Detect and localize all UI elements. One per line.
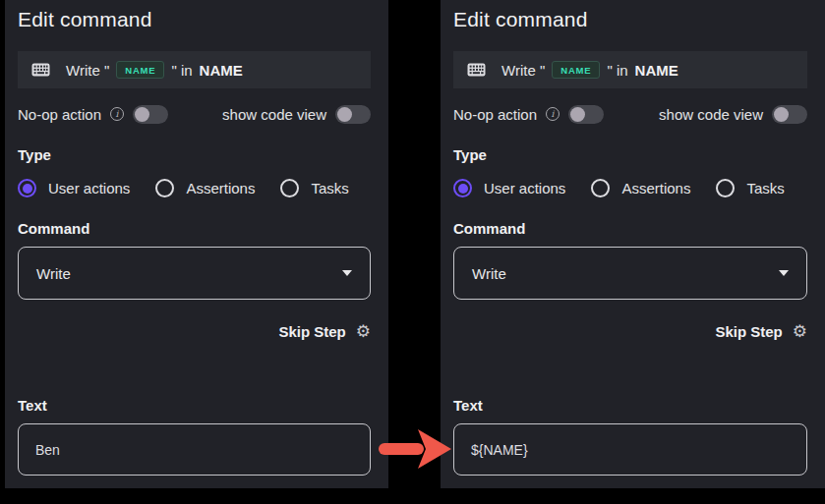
arrow-right-icon <box>377 427 451 471</box>
text-label: Text <box>18 397 371 414</box>
summary-target-field: NAME <box>635 62 678 79</box>
text-input[interactable]: ${NAME} <box>453 423 807 476</box>
noop-action-toggle[interactable] <box>568 105 604 124</box>
command-label: Command <box>18 220 371 237</box>
text-input-value: ${NAME} <box>471 442 528 458</box>
command-summary: Write " NAME " in NAME <box>453 51 807 88</box>
skip-step-row: Skip Step ⚙ <box>453 321 807 341</box>
keyboard-icon <box>31 63 50 77</box>
command-summary: Write " NAME " in NAME <box>18 51 371 88</box>
edit-command-panel-before: Edit command Write " NAME " in <box>5 0 388 488</box>
show-code-view-label: show code view <box>659 106 763 123</box>
radio-icon <box>280 179 299 197</box>
gear-icon[interactable]: ⚙ <box>356 323 371 340</box>
toggles-row: No-op action i show code view <box>453 104 807 124</box>
skip-step-row: Skip Step ⚙ <box>18 321 371 341</box>
variable-badge: NAME <box>116 61 164 80</box>
info-icon[interactable]: i <box>546 107 560 121</box>
keyboard-icon <box>467 63 486 77</box>
summary-mid: " in <box>171 62 192 79</box>
info-icon[interactable]: i <box>110 107 124 121</box>
radio-user-actions[interactable]: User actions <box>453 179 565 197</box>
text-input[interactable]: Ben <box>18 423 371 476</box>
show-code-view-toggle[interactable] <box>335 105 371 124</box>
radio-icon <box>18 179 36 197</box>
command-select[interactable]: Write <box>18 247 371 300</box>
radio-icon <box>155 179 174 197</box>
summary-mid: " in <box>607 62 627 79</box>
radio-tasks[interactable]: Tasks <box>716 179 784 197</box>
type-radio-group: User actions Assertions Tasks <box>453 179 807 197</box>
gear-icon[interactable]: ⚙ <box>793 323 807 340</box>
show-code-view-toggle[interactable] <box>772 105 807 124</box>
text-label: Text <box>453 397 807 414</box>
noop-action-toggle[interactable] <box>133 105 168 124</box>
type-label: Type <box>18 146 371 163</box>
edit-command-panel-after: Edit command Write " NAME " in <box>441 0 825 488</box>
radio-icon <box>453 179 472 197</box>
radio-icon <box>716 179 735 197</box>
command-select-value: Write <box>36 265 71 282</box>
command-select[interactable]: Write <box>453 247 807 300</box>
skip-step-label: Skip Step <box>715 323 782 340</box>
show-code-view-label: show code view <box>222 106 326 123</box>
radio-user-actions[interactable]: User actions <box>18 179 130 197</box>
radio-icon <box>591 179 610 197</box>
summary-prefix: Write " <box>501 62 545 79</box>
radio-assertions[interactable]: Assertions <box>155 179 255 197</box>
command-label: Command <box>453 220 807 237</box>
radio-assertions[interactable]: Assertions <box>591 179 690 197</box>
command-select-value: Write <box>472 265 506 282</box>
toggles-row: No-op action i show code view <box>18 104 371 124</box>
skip-step-label: Skip Step <box>278 323 345 340</box>
noop-action-label: No-op action <box>453 106 537 123</box>
chevron-down-icon <box>779 270 789 276</box>
page-title: Edit command <box>18 8 371 31</box>
type-radio-group: User actions Assertions Tasks <box>18 179 371 197</box>
noop-action-label: No-op action <box>18 106 101 123</box>
variable-badge: NAME <box>552 61 600 80</box>
type-label: Type <box>453 146 807 163</box>
page-title: Edit command <box>453 8 807 31</box>
summary-target-field: NAME <box>200 62 243 79</box>
summary-prefix: Write " <box>66 62 109 79</box>
text-input-value: Ben <box>35 442 60 458</box>
chevron-down-icon <box>342 270 352 276</box>
radio-tasks[interactable]: Tasks <box>280 179 348 197</box>
